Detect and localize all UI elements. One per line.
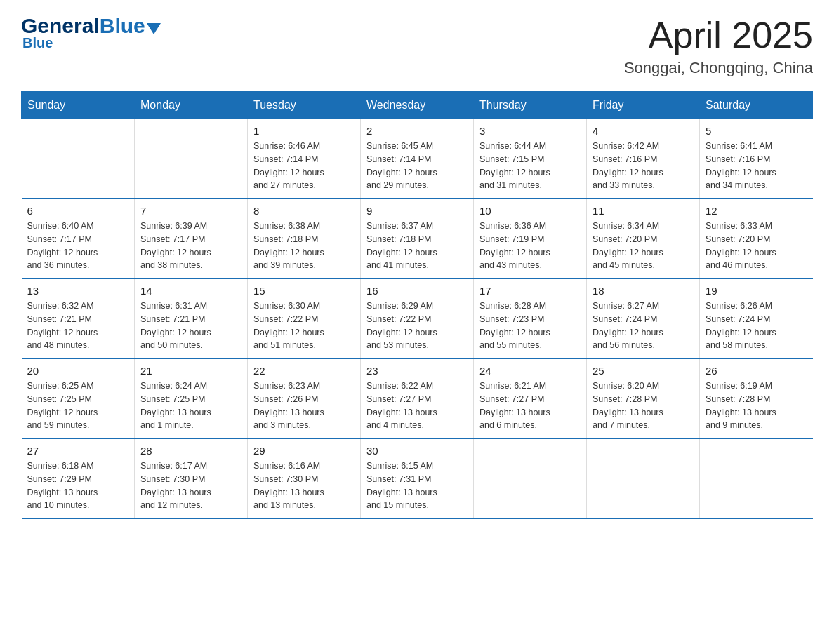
day-number: 25: [593, 365, 694, 377]
calendar-cell: 2Sunrise: 6:45 AM Sunset: 7:14 PM Daylig…: [361, 119, 474, 199]
calendar-cell: 18Sunrise: 6:27 AM Sunset: 7:24 PM Dayli…: [587, 279, 700, 358]
title-block: April 2025 Songgai, Chongqing, China: [624, 14, 813, 77]
weekday-header-saturday: Saturday: [700, 92, 813, 119]
logo-blue-part: Blue: [100, 14, 145, 38]
day-info: Sunrise: 6:46 AM Sunset: 7:14 PM Dayligh…: [253, 140, 355, 192]
calendar-week-row: 20Sunrise: 6:25 AM Sunset: 7:25 PM Dayli…: [22, 358, 813, 438]
calendar-cell: 25Sunrise: 6:20 AM Sunset: 7:28 PM Dayli…: [587, 358, 700, 438]
day-info: Sunrise: 6:33 AM Sunset: 7:20 PM Dayligh…: [706, 220, 807, 272]
day-info: Sunrise: 6:38 AM Sunset: 7:18 PM Dayligh…: [253, 220, 355, 272]
calendar-cell: 26Sunrise: 6:19 AM Sunset: 7:28 PM Dayli…: [700, 358, 813, 438]
day-number: 18: [593, 285, 694, 297]
day-number: 24: [479, 365, 581, 377]
logo: General Blue Blue: [21, 14, 161, 51]
calendar-cell: 4Sunrise: 6:42 AM Sunset: 7:16 PM Daylig…: [587, 119, 700, 199]
day-info: Sunrise: 6:31 AM Sunset: 7:21 PM Dayligh…: [140, 300, 241, 352]
calendar-cell: 29Sunrise: 6:16 AM Sunset: 7:30 PM Dayli…: [248, 438, 361, 518]
calendar-cell: 7Sunrise: 6:39 AM Sunset: 7:17 PM Daylig…: [135, 199, 248, 279]
day-number: 23: [366, 365, 468, 377]
calendar-cell: 17Sunrise: 6:28 AM Sunset: 7:23 PM Dayli…: [474, 279, 587, 358]
calendar-cell: 30Sunrise: 6:15 AM Sunset: 7:31 PM Dayli…: [361, 438, 474, 518]
logo-text: General Blue: [21, 14, 161, 38]
day-number: 11: [593, 205, 694, 217]
calendar-cell: 1Sunrise: 6:46 AM Sunset: 7:14 PM Daylig…: [248, 119, 361, 199]
day-number: 6: [27, 205, 129, 217]
day-number: 13: [27, 285, 129, 297]
day-number: 5: [706, 125, 807, 137]
day-info: Sunrise: 6:37 AM Sunset: 7:18 PM Dayligh…: [366, 220, 468, 272]
calendar-cell: 12Sunrise: 6:33 AM Sunset: 7:20 PM Dayli…: [700, 199, 813, 279]
day-number: 19: [706, 285, 807, 297]
day-info: Sunrise: 6:28 AM Sunset: 7:23 PM Dayligh…: [479, 300, 581, 352]
day-number: 9: [366, 205, 468, 217]
day-info: Sunrise: 6:39 AM Sunset: 7:17 PM Dayligh…: [140, 220, 241, 272]
weekday-header-monday: Monday: [135, 92, 248, 119]
calendar-cell: 9Sunrise: 6:37 AM Sunset: 7:18 PM Daylig…: [361, 199, 474, 279]
day-number: 30: [366, 445, 468, 457]
calendar-cell: 8Sunrise: 6:38 AM Sunset: 7:18 PM Daylig…: [248, 199, 361, 279]
day-number: 22: [253, 365, 355, 377]
calendar-cell: 19Sunrise: 6:26 AM Sunset: 7:24 PM Dayli…: [700, 279, 813, 358]
calendar-cell: 3Sunrise: 6:44 AM Sunset: 7:15 PM Daylig…: [474, 119, 587, 199]
weekday-header-row: SundayMondayTuesdayWednesdayThursdayFrid…: [22, 92, 813, 119]
calendar-cell: 6Sunrise: 6:40 AM Sunset: 7:17 PM Daylig…: [22, 199, 135, 279]
day-info: Sunrise: 6:45 AM Sunset: 7:14 PM Dayligh…: [366, 140, 468, 192]
day-number: 20: [27, 365, 129, 377]
day-info: Sunrise: 6:42 AM Sunset: 7:16 PM Dayligh…: [593, 140, 694, 192]
weekday-header-wednesday: Wednesday: [361, 92, 474, 119]
day-number: 4: [593, 125, 694, 137]
day-info: Sunrise: 6:17 AM Sunset: 7:30 PM Dayligh…: [140, 459, 241, 512]
day-info: Sunrise: 6:15 AM Sunset: 7:31 PM Dayligh…: [366, 459, 468, 512]
calendar-body: 1Sunrise: 6:46 AM Sunset: 7:14 PM Daylig…: [22, 119, 813, 519]
weekday-header-thursday: Thursday: [474, 92, 587, 119]
day-info: Sunrise: 6:25 AM Sunset: 7:25 PM Dayligh…: [27, 380, 129, 432]
calendar-week-row: 27Sunrise: 6:18 AM Sunset: 7:29 PM Dayli…: [22, 438, 813, 518]
calendar-cell: 14Sunrise: 6:31 AM Sunset: 7:21 PM Dayli…: [135, 279, 248, 358]
day-number: 16: [366, 285, 468, 297]
calendar-week-row: 1Sunrise: 6:46 AM Sunset: 7:14 PM Daylig…: [22, 119, 813, 199]
calendar-subtitle: Songgai, Chongqing, China: [624, 59, 813, 77]
day-number: 29: [253, 445, 355, 457]
calendar-cell: 10Sunrise: 6:36 AM Sunset: 7:19 PM Dayli…: [474, 199, 587, 279]
day-info: Sunrise: 6:26 AM Sunset: 7:24 PM Dayligh…: [706, 300, 807, 352]
day-number: 27: [27, 445, 129, 457]
day-number: 1: [253, 125, 355, 137]
calendar-cell: 15Sunrise: 6:30 AM Sunset: 7:22 PM Dayli…: [248, 279, 361, 358]
calendar-cell: 27Sunrise: 6:18 AM Sunset: 7:29 PM Dayli…: [22, 438, 135, 518]
calendar-cell: [22, 119, 135, 199]
logo-arrow-icon: [147, 23, 161, 34]
weekday-header-friday: Friday: [587, 92, 700, 119]
calendar-cell: 16Sunrise: 6:29 AM Sunset: 7:22 PM Dayli…: [361, 279, 474, 358]
day-info: Sunrise: 6:21 AM Sunset: 7:27 PM Dayligh…: [479, 380, 581, 432]
calendar-cell: 13Sunrise: 6:32 AM Sunset: 7:21 PM Dayli…: [22, 279, 135, 358]
day-info: Sunrise: 6:19 AM Sunset: 7:28 PM Dayligh…: [706, 380, 807, 432]
calendar-cell: 24Sunrise: 6:21 AM Sunset: 7:27 PM Dayli…: [474, 358, 587, 438]
calendar-table: SundayMondayTuesdayWednesdayThursdayFrid…: [21, 91, 813, 519]
calendar-cell: [474, 438, 587, 518]
logo-general: General: [21, 14, 100, 38]
day-info: Sunrise: 6:34 AM Sunset: 7:20 PM Dayligh…: [593, 220, 694, 272]
day-info: Sunrise: 6:30 AM Sunset: 7:22 PM Dayligh…: [253, 300, 355, 352]
calendar-cell: 20Sunrise: 6:25 AM Sunset: 7:25 PM Dayli…: [22, 358, 135, 438]
page-header: General Blue Blue April 2025 Songgai, Ch…: [21, 14, 813, 77]
day-number: 8: [253, 205, 355, 217]
day-info: Sunrise: 6:41 AM Sunset: 7:16 PM Dayligh…: [706, 140, 807, 192]
weekday-header-tuesday: Tuesday: [248, 92, 361, 119]
day-number: 3: [479, 125, 581, 137]
calendar-header: SundayMondayTuesdayWednesdayThursdayFrid…: [22, 92, 813, 119]
day-info: Sunrise: 6:29 AM Sunset: 7:22 PM Dayligh…: [366, 300, 468, 352]
day-info: Sunrise: 6:20 AM Sunset: 7:28 PM Dayligh…: [593, 380, 694, 432]
calendar-cell: [135, 119, 248, 199]
day-info: Sunrise: 6:27 AM Sunset: 7:24 PM Dayligh…: [593, 300, 694, 352]
day-number: 10: [479, 205, 581, 217]
day-number: 28: [140, 445, 241, 457]
day-info: Sunrise: 6:23 AM Sunset: 7:26 PM Dayligh…: [253, 380, 355, 432]
calendar-cell: 5Sunrise: 6:41 AM Sunset: 7:16 PM Daylig…: [700, 119, 813, 199]
calendar-cell: 21Sunrise: 6:24 AM Sunset: 7:25 PM Dayli…: [135, 358, 248, 438]
calendar-week-row: 13Sunrise: 6:32 AM Sunset: 7:21 PM Dayli…: [22, 279, 813, 358]
calendar-title: April 2025: [624, 14, 813, 56]
calendar-cell: 28Sunrise: 6:17 AM Sunset: 7:30 PM Dayli…: [135, 438, 248, 518]
day-info: Sunrise: 6:16 AM Sunset: 7:30 PM Dayligh…: [253, 459, 355, 512]
calendar-cell: 23Sunrise: 6:22 AM Sunset: 7:27 PM Dayli…: [361, 358, 474, 438]
day-info: Sunrise: 6:22 AM Sunset: 7:27 PM Dayligh…: [366, 380, 468, 432]
